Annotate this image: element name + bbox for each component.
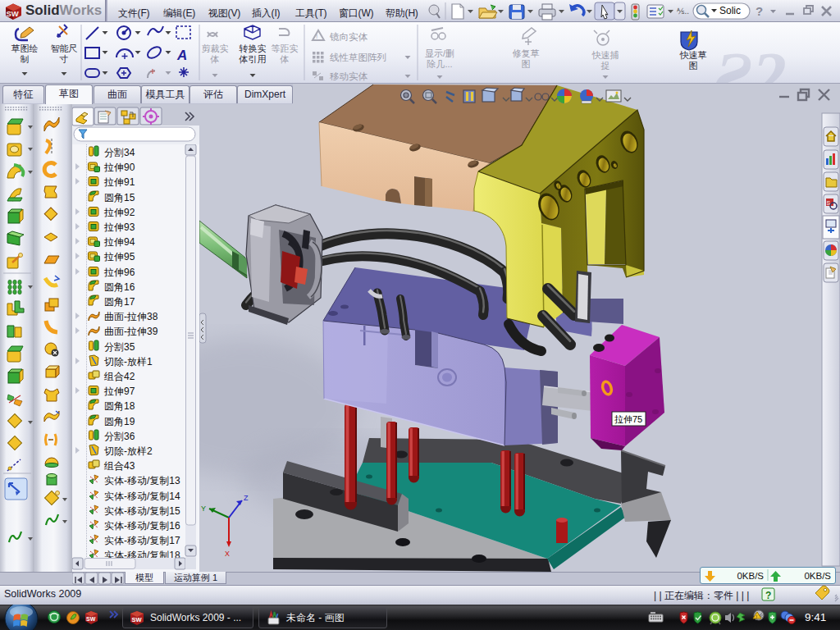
svg-text:Z: Z <box>244 494 249 502</box>
svg-text:体: 体 <box>280 54 290 64</box>
svg-text:除几...: 除几... <box>427 59 452 69</box>
svg-text:图: 图 <box>522 59 531 69</box>
svg-text:SW: SW <box>7 9 19 18</box>
svg-text:剪裁实: 剪裁实 <box>202 43 229 53</box>
svg-text:!: ! <box>316 33 317 40</box>
svg-text:?: ? <box>765 590 771 601</box>
svg-text:寸: 寸 <box>59 54 69 64</box>
svg-text:显示/删: 显示/删 <box>425 48 454 58</box>
svg-text:0KB/S: 0KB/S <box>737 571 764 581</box>
svg-text:镜向实体: 镜向实体 <box>329 32 368 42</box>
svg-text:草图绘: 草图绘 <box>11 43 39 53</box>
svg-text:等距实: 等距实 <box>272 43 299 53</box>
svg-text:⅍..: ⅍.. <box>677 7 689 16</box>
svg-text:快速草: 快速草 <box>679 50 707 60</box>
svg-text:SW: SW <box>86 616 96 622</box>
svg-text:线性草图阵列: 线性草图阵列 <box>330 52 386 62</box>
svg-text:Solic: Solic <box>719 5 741 16</box>
svg-text:移动实体: 移动实体 <box>330 71 368 81</box>
svg-text:智能尺: 智能尺 <box>51 43 78 53</box>
svg-text:X: X <box>225 550 230 558</box>
svg-text:捉: 捉 <box>601 61 610 71</box>
svg-text:?: ? <box>756 4 763 18</box>
svg-text:体: 体 <box>210 54 220 64</box>
svg-text:图: 图 <box>689 61 698 71</box>
svg-text:制: 制 <box>21 54 30 64</box>
svg-text:SW: SW <box>132 616 143 623</box>
svg-text:体引用: 体引用 <box>239 54 267 64</box>
svg-text:修复草: 修复草 <box>513 48 540 58</box>
svg-text:0KB/S: 0KB/S <box>804 571 831 581</box>
svg-text:拉伸75: 拉伸75 <box>614 414 642 424</box>
svg-text:A: A <box>176 48 187 63</box>
svg-text:Ƨ2: Ƨ2 <box>714 39 787 84</box>
svg-text:快速捕: 快速捕 <box>591 50 619 60</box>
svg-text:Y: Y <box>201 504 206 513</box>
svg-text:转换实: 转换实 <box>239 43 267 53</box>
